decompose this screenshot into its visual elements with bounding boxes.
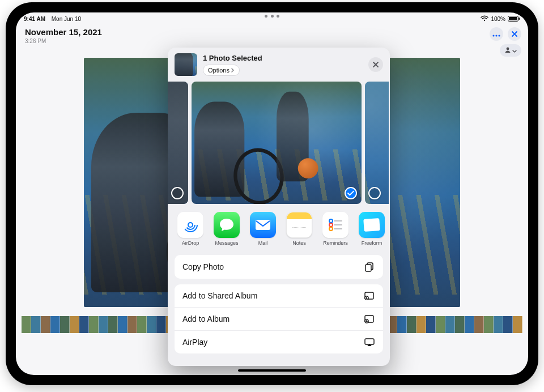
- selection-circle[interactable]: [171, 187, 184, 199]
- share-app-row[interactable]: AirDrop Messages Mail: [168, 204, 390, 249]
- share-photo-item[interactable]: [192, 82, 362, 204]
- app-label: Freeform: [362, 240, 382, 246]
- sheet-thumbnail: [175, 53, 197, 76]
- app-label: Messages: [215, 240, 238, 246]
- action-label: Add to Shared Album: [182, 291, 257, 300]
- svg-rect-1: [509, 17, 517, 20]
- svg-point-4: [495, 35, 497, 36]
- chevron-down-icon: [512, 45, 517, 56]
- people-button[interactable]: [500, 44, 521, 57]
- share-app-messages[interactable]: Messages: [212, 212, 241, 246]
- share-action-list: Add to Shared Album Add to Album AirPlay: [175, 284, 383, 353]
- options-button[interactable]: Options: [203, 65, 240, 76]
- action-airplay[interactable]: AirPlay: [175, 331, 383, 353]
- app-label: Mail: [258, 240, 268, 246]
- svg-point-11: [329, 219, 333, 223]
- share-sheet: 1 Photo Selected Options: [168, 48, 390, 366]
- svg-rect-18: [366, 265, 371, 271]
- messages-icon: [214, 212, 240, 238]
- battery-percent: 100%: [491, 16, 505, 22]
- chevron-right-icon: [231, 67, 235, 74]
- svg-point-8: [186, 220, 195, 229]
- share-app-reminders[interactable]: Reminders: [321, 212, 350, 246]
- status-date: Mon Jun 10: [52, 16, 81, 22]
- app-label: AirDrop: [182, 240, 199, 246]
- xmark-icon: [373, 59, 379, 70]
- share-sheet-header: 1 Photo Selected Options: [168, 48, 390, 78]
- svg-point-6: [507, 48, 509, 50]
- ipad-device-frame: 9:41 AM Mon Jun 10 100% November 15, 202…: [6, 2, 538, 385]
- shared-album-icon: [364, 291, 375, 300]
- share-photo-item[interactable]: [168, 82, 188, 204]
- selection-circle-checked[interactable]: [345, 187, 357, 199]
- action-add-to-shared-album[interactable]: Add to Shared Album: [175, 284, 383, 308]
- ellipsis-icon: [492, 30, 500, 39]
- action-label: Add to Album: [182, 314, 230, 323]
- airplay-icon: [364, 338, 375, 347]
- svg-point-3: [492, 35, 494, 36]
- options-label: Options: [208, 67, 230, 74]
- freeform-icon: [359, 212, 385, 238]
- status-bar: 9:41 AM Mon Jun 10 100%: [16, 12, 528, 24]
- share-app-freeform[interactable]: Freeform: [357, 212, 386, 246]
- photo-time-subtitle: 3:26 PM: [25, 38, 102, 44]
- battery-icon: [508, 16, 520, 22]
- svg-point-13: [329, 223, 333, 227]
- xmark-icon: [512, 30, 517, 39]
- svg-rect-10: [256, 220, 270, 230]
- photos-header: November 15, 2021 3:26 PM: [25, 27, 102, 44]
- share-close-button[interactable]: [368, 57, 383, 72]
- status-time: 9:41 AM: [24, 16, 45, 22]
- action-add-to-album[interactable]: Add to Album: [175, 308, 383, 331]
- action-label: Copy Photo: [182, 262, 224, 271]
- person-icon: [504, 45, 511, 56]
- svg-point-5: [498, 35, 500, 36]
- more-button[interactable]: [490, 27, 503, 41]
- copy-icon: [364, 262, 375, 272]
- close-button[interactable]: [508, 27, 521, 41]
- svg-point-15: [329, 227, 333, 231]
- share-photo-item[interactable]: [365, 82, 389, 204]
- action-label: AirPlay: [182, 338, 207, 347]
- notes-icon: [286, 212, 312, 238]
- ipad-screen: 9:41 AM Mon Jun 10 100% November 15, 202…: [16, 12, 528, 375]
- mail-icon: [250, 212, 276, 238]
- sheet-title: 1 Photo Selected: [203, 54, 262, 62]
- svg-rect-24: [365, 339, 374, 344]
- album-icon: [364, 314, 375, 323]
- wifi-icon: [481, 16, 488, 22]
- share-app-notes[interactable]: Notes: [284, 212, 314, 246]
- photo-date-title: November 15, 2021: [25, 27, 102, 37]
- share-action-list: Copy Photo: [175, 255, 383, 279]
- app-label: Reminders: [323, 240, 348, 246]
- multitask-control[interactable]: [265, 15, 279, 18]
- svg-point-7: [188, 223, 193, 227]
- home-indicator[interactable]: [238, 369, 306, 372]
- share-app-mail[interactable]: Mail: [248, 212, 278, 246]
- airdrop-icon: [177, 212, 203, 238]
- svg-point-21: [366, 297, 367, 298]
- share-photo-strip[interactable]: [168, 82, 390, 204]
- selection-circle[interactable]: [368, 187, 381, 199]
- reminders-icon: [322, 212, 348, 238]
- action-copy-photo[interactable]: Copy Photo: [175, 255, 383, 279]
- app-label: Notes: [292, 240, 306, 246]
- share-app-airdrop[interactable]: AirDrop: [176, 212, 205, 246]
- svg-rect-2: [519, 18, 520, 20]
